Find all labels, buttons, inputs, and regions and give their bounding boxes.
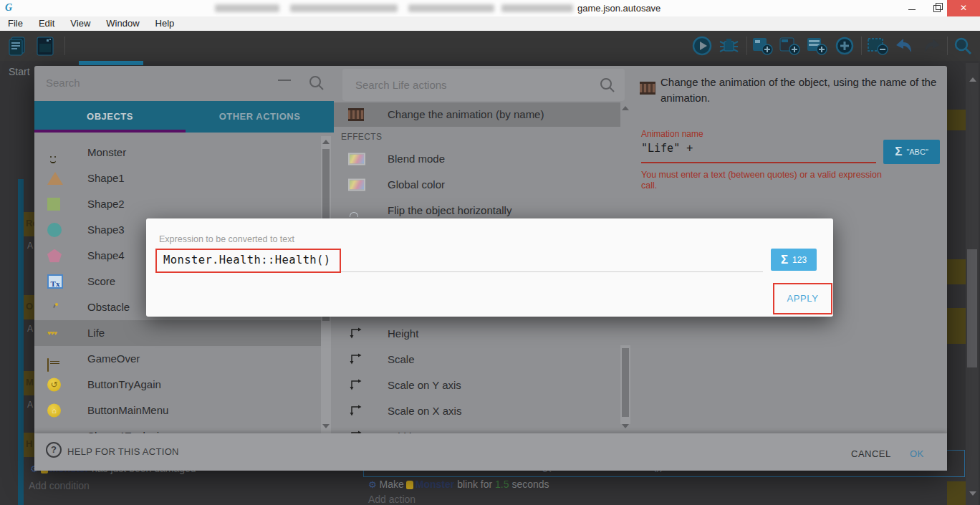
blink-action-row: ⚙ MakeMonster blink for 1.5 seconds: [368, 478, 549, 490]
scrollbar-thumb[interactable]: [622, 348, 629, 417]
resize-icon: [348, 325, 362, 342]
toolbar-divider: [746, 37, 747, 55]
scrollbar-thumb[interactable]: [967, 249, 977, 367]
search-icon[interactable]: [308, 74, 325, 92]
scroll-up-icon[interactable]: [969, 77, 976, 82]
redo-icon[interactable]: [921, 35, 943, 57]
object-row-buttontryagain[interactable]: ButtonTryAgain: [34, 372, 321, 398]
main-toolbar: [0, 31, 980, 61]
apply-button[interactable]: APPLY: [774, 284, 831, 313]
comment-row-fragment: H: [24, 433, 34, 457]
home-button-icon: [47, 404, 61, 418]
event-text-fragment: A: [27, 400, 33, 410]
menu-file[interactable]: File: [0, 16, 31, 31]
monster-mini-icon: [406, 481, 413, 489]
resize-icon: [348, 403, 362, 420]
scroll-down-icon[interactable]: [322, 424, 330, 428]
object-row-life-selected[interactable]: Life: [34, 320, 321, 346]
rainbow-icon: [348, 179, 365, 191]
retry-button-icon: [47, 378, 61, 392]
object-row-monster[interactable]: Monster: [34, 140, 321, 165]
resize-icon: [348, 377, 362, 394]
restore-button[interactable]: [926, 0, 947, 16]
search-icon[interactable]: [951, 35, 974, 57]
comment-row-fragment: [947, 259, 966, 284]
add-event-icon[interactable]: [805, 35, 828, 57]
cancel-button[interactable]: CANCEL: [845, 446, 897, 462]
tab-objects[interactable]: OBJECTS: [34, 101, 186, 133]
toolbar-divider: [64, 37, 65, 55]
comment-row-fragment: Re: [24, 212, 34, 236]
object-row-gameover[interactable]: GameOver: [34, 346, 321, 372]
hearts-icon: [47, 330, 57, 337]
scroll-up-icon[interactable]: [322, 140, 330, 144]
active-tab-indicator: [79, 61, 143, 65]
rainbow-icon: [348, 153, 365, 165]
expression-builder-button[interactable]: Σ 123: [771, 249, 817, 271]
undo-icon[interactable]: [893, 35, 916, 57]
action-row-scale[interactable]: Scale: [334, 347, 620, 372]
add-icon[interactable]: [833, 35, 856, 57]
minimize-button[interactable]: [901, 0, 923, 16]
help-icon[interactable]: [46, 442, 62, 458]
annotation-box-apply: APPLY: [773, 283, 832, 314]
remove-frame-icon[interactable]: [865, 35, 888, 57]
action-row-change-animation[interactable]: Change the animation (by name): [334, 102, 620, 127]
expression-field-label: Expression to be converted to text: [159, 234, 294, 244]
debug-bug-icon[interactable]: [717, 35, 740, 57]
menu-view[interactable]: View: [62, 16, 98, 31]
comment-row-fragment: M: [24, 371, 34, 395]
pentagon-icon: [47, 249, 62, 263]
add-condition-link: Add condition: [29, 480, 90, 491]
search-icon: [599, 77, 616, 94]
menu-help[interactable]: Help: [148, 16, 183, 31]
gear-icon: ⚙: [368, 479, 377, 490]
action-row-scale-y[interactable]: Scale on Y axis: [334, 372, 620, 398]
scroll-down-icon[interactable]: [969, 491, 976, 496]
dialog-footer: HELP FOR THIS ACTION CANCEL OK: [34, 433, 947, 471]
menu-edit[interactable]: Edit: [31, 16, 62, 31]
ok-button[interactable]: OK: [904, 446, 930, 462]
actions-search-box[interactable]: Search Life actions: [342, 69, 625, 101]
animation-name-input[interactable]: "Life" +: [641, 142, 693, 155]
objects-search-input[interactable]: Search: [46, 77, 80, 89]
film-icon: [640, 82, 655, 95]
actions-search-input[interactable]: Search Life actions: [355, 79, 447, 91]
toolbar-divider: [861, 37, 862, 55]
object-row-shape2[interactable]: Shape2: [34, 191, 321, 217]
action-row-height[interactable]: Height: [334, 321, 620, 347]
scroll-down-icon[interactable]: [622, 424, 629, 428]
tab-other-actions[interactable]: OTHER ACTIONS: [186, 101, 334, 133]
redacted-title-text: [408, 4, 494, 12]
action-row-scale-x[interactable]: Scale on X axis: [334, 398, 620, 424]
redacted-title-text: [290, 4, 398, 12]
events-editor-icon[interactable]: [34, 35, 57, 57]
scroll-up-icon[interactable]: [622, 106, 629, 110]
comment-row-fragment: [947, 110, 966, 130]
animation-name-label: Animation name: [641, 129, 703, 139]
add-object-icon[interactable]: [751, 35, 774, 57]
action-row-blend-mode[interactable]: Blend mode: [334, 146, 620, 172]
window-title: game.json.autosave: [577, 3, 660, 14]
input-error-underline: [641, 162, 876, 163]
event-indent-bar: [18, 179, 24, 505]
validation-error-text: You must enter a text (between quotes) o…: [641, 170, 888, 191]
help-link[interactable]: HELP FOR THIS ACTION: [67, 446, 179, 457]
comment-row-fragment: [947, 481, 966, 505]
preview-play-icon[interactable]: [691, 35, 714, 57]
tab-start: Start: [9, 66, 30, 77]
menu-window[interactable]: Window: [98, 16, 147, 31]
object-row-shape1[interactable]: Shape1: [34, 165, 321, 191]
section-effects: EFFECTS: [341, 132, 382, 142]
redacted-title-text: [215, 4, 279, 12]
circle-icon: [47, 223, 62, 237]
open-expression-editor-button[interactable]: Σ "ABC": [883, 140, 940, 164]
comment-row-fragment: [947, 308, 966, 344]
film-icon: [348, 108, 364, 121]
close-button[interactable]: [947, 0, 980, 16]
action-row-global-color[interactable]: Global color: [334, 172, 620, 198]
add-group-icon[interactable]: [778, 35, 801, 57]
object-row-buttonmainmenu[interactable]: ButtonMainMenu: [34, 398, 321, 423]
scene-editor-icon[interactable]: [7, 35, 30, 57]
gameover-sign-icon: [47, 358, 49, 372]
